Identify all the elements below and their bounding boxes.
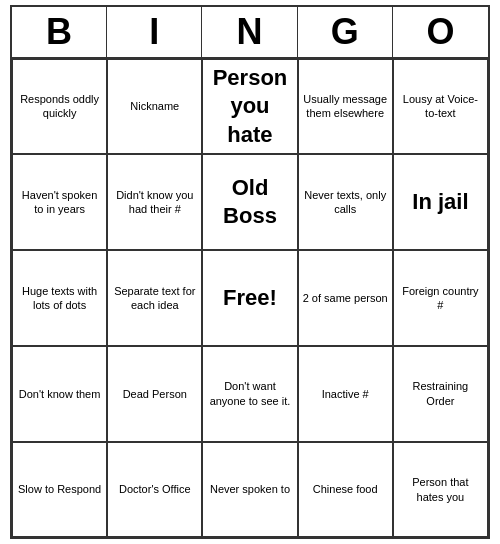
bingo-cell-4: Lousy at Voice-to-text <box>393 59 488 155</box>
bingo-letter-n: N <box>202 7 297 57</box>
bingo-cell-13: 2 of same person <box>298 250 393 346</box>
bingo-letter-o: O <box>393 7 488 57</box>
bingo-cell-15: Don't know them <box>12 346 107 442</box>
bingo-cell-6: Didn't know you had their # <box>107 154 202 250</box>
bingo-header: BINGO <box>12 7 488 59</box>
bingo-cell-23: Chinese food <box>298 442 393 538</box>
bingo-cell-8: Never texts, only calls <box>298 154 393 250</box>
bingo-cell-7: Old Boss <box>202 154 297 250</box>
bingo-cell-18: Inactive # <box>298 346 393 442</box>
bingo-cell-11: Separate text for each idea <box>107 250 202 346</box>
bingo-cell-3: Usually message them elsewhere <box>298 59 393 155</box>
bingo-cell-1: Nickname <box>107 59 202 155</box>
bingo-cell-19: Restraining Order <box>393 346 488 442</box>
bingo-cell-20: Slow to Respond <box>12 442 107 538</box>
bingo-card: BINGO Responds oddly quicklyNicknamePers… <box>10 5 490 540</box>
bingo-cell-16: Dead Person <box>107 346 202 442</box>
bingo-cell-12: Free! <box>202 250 297 346</box>
bingo-cell-9: In jail <box>393 154 488 250</box>
bingo-letter-g: G <box>298 7 393 57</box>
bingo-letter-i: I <box>107 7 202 57</box>
bingo-cell-17: Don't want anyone to see it. <box>202 346 297 442</box>
bingo-cell-24: Person that hates you <box>393 442 488 538</box>
bingo-cell-0: Responds oddly quickly <box>12 59 107 155</box>
bingo-cell-21: Doctor's Office <box>107 442 202 538</box>
bingo-cell-10: Huge texts with lots of dots <box>12 250 107 346</box>
bingo-letter-b: B <box>12 7 107 57</box>
bingo-cell-14: Foreign country # <box>393 250 488 346</box>
bingo-cell-2: Person you hate <box>202 59 297 155</box>
bingo-grid: Responds oddly quicklyNicknamePerson you… <box>12 59 488 538</box>
bingo-cell-5: Haven't spoken to in years <box>12 154 107 250</box>
bingo-cell-22: Never spoken to <box>202 442 297 538</box>
